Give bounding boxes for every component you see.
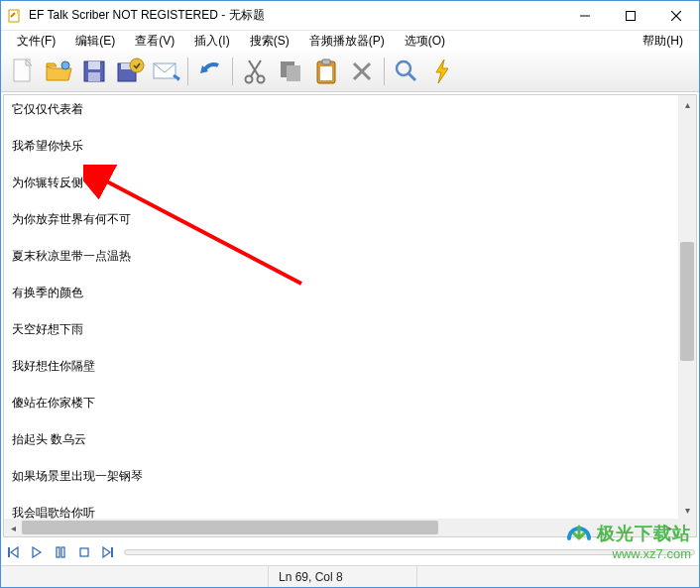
text-line: 天空好想下雨 [12, 321, 670, 338]
text-line: 为你辗转反侧 [12, 175, 670, 191]
menu-options[interactable]: 选项(O) [395, 33, 455, 50]
toolbar-separator [187, 58, 188, 85]
paste-button[interactable] [310, 56, 342, 87]
status-cell-1 [1, 566, 269, 587]
new-button[interactable] [7, 56, 39, 87]
app-window: EF Talk Scriber NOT REGISTERED - 无标题 文件(… [0, 0, 700, 588]
text-line: 我希望你快乐 [12, 138, 670, 155]
menu-file[interactable]: 文件(F) [7, 33, 65, 50]
window-controls [562, 1, 699, 30]
scroll-track[interactable] [678, 113, 696, 501]
scroll-down-arrow[interactable]: ▾ [678, 501, 696, 519]
svg-rect-30 [61, 547, 64, 557]
svg-rect-11 [121, 63, 131, 69]
pause-button[interactable] [53, 544, 68, 560]
skip-end-button[interactable] [100, 544, 116, 560]
maximize-button[interactable] [608, 1, 653, 30]
menu-help[interactable]: 帮助(H) [633, 33, 693, 50]
scroll-thumb[interactable] [22, 521, 438, 534]
menu-insert[interactable]: 插入(I) [184, 33, 239, 50]
stop-button[interactable] [76, 544, 92, 560]
status-position: Ln 69, Col 8 [269, 566, 417, 587]
skip-start-button[interactable] [5, 544, 21, 560]
svg-rect-29 [57, 547, 59, 557]
minimize-button[interactable] [562, 1, 608, 30]
svg-rect-8 [88, 61, 100, 69]
cut-button[interactable] [239, 56, 271, 87]
scroll-thumb[interactable] [680, 242, 694, 361]
svg-rect-28 [8, 547, 10, 557]
playback-bar [1, 539, 699, 565]
undo-button[interactable] [194, 56, 226, 87]
text-line: 我好想住你隔壁 [12, 358, 670, 375]
toolbar [1, 51, 699, 92]
menubar: 文件(F) 编辑(E) 查看(V) 插入(I) 搜索(S) 音频播放器(P) 选… [1, 31, 699, 51]
svg-rect-22 [320, 66, 332, 80]
text-editor[interactable]: 它仅仅代表着我希望你快乐为你辗转反侧为你放弃世界有何不可夏末秋凉里带一点温热有换… [4, 95, 678, 519]
text-line: 如果场景里出现一架钢琴 [12, 468, 670, 485]
menu-search[interactable]: 搜索(S) [240, 33, 299, 50]
app-icon [7, 8, 23, 24]
close-button[interactable] [653, 1, 699, 30]
statusbar: Ln 69, Col 8 [1, 565, 699, 587]
find-button[interactable] [391, 56, 422, 87]
scroll-left-arrow[interactable]: ◂ [4, 519, 22, 536]
scroll-track[interactable] [22, 519, 660, 536]
scroll-corner [678, 519, 696, 536]
text-line: 抬起头 数乌云 [12, 431, 670, 448]
text-line: 为你放弃世界有何不可 [12, 211, 670, 228]
text-line: 傻站在你家楼下 [12, 395, 670, 412]
save-all-button[interactable] [114, 56, 146, 87]
menu-view[interactable]: 查看(V) [125, 33, 184, 50]
svg-line-14 [249, 60, 259, 76]
open-button[interactable] [43, 56, 74, 87]
playback-track[interactable] [124, 549, 695, 555]
svg-rect-32 [111, 547, 113, 557]
svg-rect-19 [287, 65, 300, 81]
editor-area: 它仅仅代表着我希望你快乐为你辗转反侧为你放弃世界有何不可夏末秋凉里带一点温热有换… [3, 94, 697, 537]
delete-button[interactable] [346, 56, 378, 87]
save-button[interactable] [78, 56, 110, 87]
bolt-button[interactable] [426, 56, 458, 87]
copy-button[interactable] [275, 56, 306, 87]
toolbar-separator [384, 58, 385, 85]
vertical-scrollbar[interactable]: ▴ ▾ [678, 95, 696, 519]
svg-point-16 [246, 75, 253, 82]
mail-button[interactable] [150, 56, 181, 87]
titlebar: EF Talk Scriber NOT REGISTERED - 无标题 [1, 1, 699, 31]
menu-audio[interactable]: 音频播放器(P) [299, 33, 395, 50]
scroll-up-arrow[interactable]: ▴ [678, 95, 696, 113]
play-button[interactable] [29, 544, 45, 560]
text-line: 夏末秋凉里带一点温热 [12, 248, 670, 265]
text-line: 有换季的颜色 [12, 285, 670, 301]
horizontal-scrollbar[interactable]: ◂ ▸ [4, 519, 678, 536]
svg-line-26 [408, 73, 415, 80]
text-line: 它仅仅代表着 [12, 101, 670, 118]
window-title: EF Talk Scriber NOT REGISTERED - 无标题 [29, 7, 562, 24]
svg-point-17 [258, 75, 265, 82]
menu-edit[interactable]: 编辑(E) [65, 33, 125, 50]
svg-rect-21 [322, 59, 330, 64]
svg-rect-9 [88, 72, 100, 81]
svg-line-15 [251, 60, 261, 76]
svg-point-25 [397, 61, 410, 75]
svg-rect-31 [80, 548, 88, 556]
svg-point-6 [61, 61, 69, 69]
svg-point-12 [130, 59, 144, 72]
scroll-right-arrow[interactable]: ▸ [660, 519, 678, 536]
toolbar-separator [232, 58, 233, 85]
text-line: 我会唱歌给你听 [12, 505, 670, 519]
svg-rect-2 [627, 11, 636, 20]
